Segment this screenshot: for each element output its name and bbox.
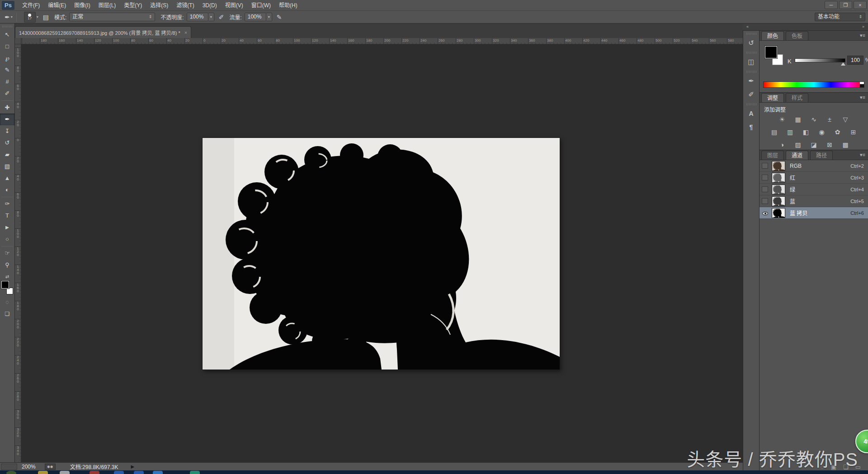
brush-presets-panel-icon[interactable]: ✒ (745, 74, 758, 88)
exposure-icon[interactable]: ± (825, 114, 835, 124)
menu-item-F[interactable]: 文件(F) (18, 0, 44, 11)
toolbar-gripper[interactable] (2, 25, 12, 28)
tablet-opacity-icon[interactable]: ✐ (219, 14, 224, 21)
adjustments-panel-menu-icon[interactable]: ▾≡ (860, 95, 865, 100)
dock-gripper[interactable] (746, 33, 756, 35)
blur-tool[interactable]: ▲ (0, 172, 14, 184)
channel-row-绿[interactable]: 绿Ctrl+4 (760, 184, 868, 195)
channel-row-RGB[interactable]: RGBCtrl+2 (760, 160, 868, 172)
move-tool[interactable]: ↖ (0, 29, 14, 41)
hue-saturation-icon[interactable]: ▤ (769, 127, 779, 137)
quick-selection-tool[interactable]: ✎ (0, 64, 14, 76)
gradient-map-icon[interactable]: ▩ (840, 140, 850, 150)
brush-tool-preset-icon[interactable]: ✒ (5, 14, 10, 21)
horizontal-ruler[interactable]: 1801601401201008060402002040608010012014… (21, 38, 743, 44)
adjustments-tab-样式[interactable]: 样式 (786, 93, 808, 102)
color-balance-icon[interactable]: ▥ (785, 127, 795, 137)
channel-visibility-toggle[interactable] (762, 163, 768, 169)
minimize-button[interactable]: ─ (825, 1, 838, 9)
document-canvas[interactable] (203, 138, 560, 370)
type-tool[interactable]: T (0, 210, 14, 222)
tab-close-icon[interactable]: × (184, 30, 187, 35)
screen-mode-button[interactable]: ❏ (3, 310, 12, 318)
document-tab[interactable]: 14300000868259128697088915913.jpg @ 200%… (15, 26, 191, 38)
blend-mode-dropdown[interactable]: 正常 ⇕ (69, 13, 155, 21)
adjustments-tab-调整[interactable]: 调整 (761, 93, 784, 102)
channel-mixer-icon[interactable]: ✿ (833, 127, 843, 137)
opacity-caret-button[interactable]: ▾ (208, 13, 214, 21)
color-panel-menu-icon[interactable]: ▾≡ (860, 33, 865, 38)
brightness-contrast-icon[interactable]: ☀ (777, 114, 787, 124)
levels-icon[interactable]: ▦ (793, 114, 803, 124)
menu-item-I[interactable]: 图像(I) (70, 0, 94, 11)
channels-tab-图层[interactable]: 图层 (761, 151, 784, 160)
dock-gripper[interactable] (746, 103, 756, 105)
k-slider-thumb[interactable] (841, 62, 845, 66)
marquee-tool[interactable]: □ (0, 41, 14, 52)
flow-caret-button[interactable]: ▾ (266, 13, 272, 21)
dodge-tool[interactable]: ◐ (0, 184, 14, 196)
flow-dropdown[interactable]: 100% (245, 13, 266, 21)
color-tab-色板[interactable]: 色板 (786, 31, 808, 40)
gradient-tool[interactable]: ▧ (0, 161, 14, 172)
restore-button[interactable]: ❐ (839, 1, 852, 9)
path-selection-tool[interactable]: ► (0, 222, 14, 233)
channel-row-蓝拷贝[interactable]: 蓝 拷贝Ctrl+6 (760, 207, 868, 219)
status-options-arrow-icon[interactable]: ▶ (131, 464, 134, 469)
history-brush-tool[interactable]: ↺ (0, 137, 14, 149)
channel-row-红[interactable]: 红Ctrl+3 (760, 172, 868, 184)
channel-visibility-toggle[interactable] (762, 198, 768, 204)
character-panel-icon[interactable]: A (745, 107, 758, 120)
menu-item-W[interactable]: 窗口(W) (247, 0, 275, 11)
channel-row-蓝[interactable]: 蓝Ctrl+5 (760, 195, 868, 207)
shape-tool[interactable]: ○ (0, 233, 14, 245)
selective-color-icon[interactable]: ⊠ (825, 140, 835, 150)
hand-tool[interactable]: ☞ (0, 247, 14, 259)
menu-item-Y[interactable]: 类型(Y) (120, 0, 146, 11)
eyedropper-tool[interactable]: ✐ (0, 88, 14, 100)
vertical-ruler[interactable]: 1008060402002040608010012014016018020022… (15, 44, 21, 462)
background-color-swatch[interactable] (6, 288, 13, 294)
channel-visibility-toggle[interactable] (762, 175, 768, 180)
properties-panel-icon[interactable]: ◫ (745, 55, 758, 69)
panel-foreground-swatch[interactable] (765, 46, 777, 58)
brush-tool[interactable]: ✒ (0, 114, 14, 125)
color-tab-颜色[interactable]: 颜色 (761, 31, 784, 40)
black-white-icon[interactable]: ◧ (801, 127, 811, 137)
crop-tool[interactable]: # (0, 76, 14, 88)
history-panel-icon[interactable]: ↺ (745, 36, 758, 50)
spectrum-black-swatch[interactable] (860, 84, 864, 87)
menu-item-L[interactable]: 图层(L) (94, 0, 120, 11)
paragraph-panel-icon[interactable]: ¶ (745, 120, 758, 134)
lasso-tool[interactable]: ℘ (0, 52, 14, 64)
posterize-icon[interactable]: ▨ (793, 140, 803, 150)
channel-visibility-toggle[interactable] (762, 186, 768, 192)
tool-presets-panel-icon[interactable]: ✐ (745, 88, 758, 101)
menu-item-S[interactable]: 选择(S) (146, 0, 172, 11)
channel-visibility-toggle[interactable] (762, 210, 768, 216)
menu-item-V[interactable]: 视图(V) (221, 0, 247, 11)
expand-panels-icon[interactable]: » (862, 24, 864, 29)
channels-tab-通道[interactable]: 通道 (786, 151, 808, 160)
k-value-field[interactable]: 100 (847, 56, 863, 65)
quick-mask-button[interactable]: ◌ (3, 298, 12, 306)
dock-gripper[interactable] (746, 71, 756, 73)
pen-tool[interactable]: ✑ (0, 198, 14, 210)
menu-item-3DD[interactable]: 3D(D) (198, 0, 221, 11)
tool-preset-caret-icon[interactable]: ▾ (11, 15, 13, 19)
swap-colors-icon[interactable]: ⇄ (5, 274, 9, 280)
opacity-dropdown[interactable]: 100% (187, 13, 208, 21)
ruler-origin-corner[interactable] (15, 38, 21, 44)
menu-item-H[interactable]: 帮助(H) (275, 0, 302, 11)
close-button[interactable]: × (854, 1, 867, 9)
invert-icon[interactable]: ◑ (777, 140, 787, 150)
foreground-background-swatches[interactable] (1, 281, 13, 294)
channels-tab-路径[interactable]: 路径 (810, 151, 833, 160)
zoom-level-field[interactable]: 200% (22, 464, 36, 470)
toggle-brush-panel-icon[interactable]: ▤ (43, 14, 49, 21)
channels-panel-menu-icon[interactable]: ▾≡ (860, 152, 865, 158)
k-slider[interactable] (795, 58, 845, 62)
photo-filter-icon[interactable]: ◉ (817, 127, 827, 137)
curves-icon[interactable]: ∿ (809, 114, 819, 124)
color-spectrum-bar[interactable] (763, 81, 864, 88)
